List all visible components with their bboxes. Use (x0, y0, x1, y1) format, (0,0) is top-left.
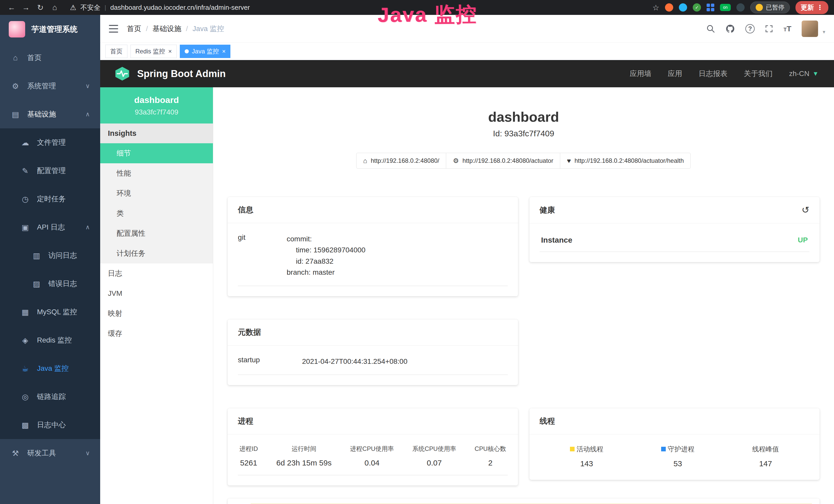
git-row: git commit: time: 1596289704000 id: 27aa… (238, 233, 508, 286)
tab-home[interactable]: 首页 (105, 45, 127, 58)
refresh-icon[interactable]: ↻ (35, 2, 46, 13)
help-icon[interactable]: ? (745, 24, 755, 33)
sba-item-classes[interactable]: 类 (100, 203, 213, 223)
insights-group: Insights 细节 性能 环境 类 配置属性 计划任务 (100, 123, 213, 264)
sidebar-item-system[interactable]: ⚙ 系统管理 ∨ (0, 72, 100, 100)
sba-item-metrics[interactable]: 性能 (100, 163, 213, 183)
sidebar-item-trace[interactable]: ◎ 链路追踪 (0, 383, 100, 411)
close-icon[interactable]: × (222, 48, 225, 54)
sidebar-item-log-center[interactable]: ▩ 日志中心 (0, 411, 100, 439)
address-separator: | (105, 4, 106, 11)
sba-item-scheduled-tasks[interactable]: 计划任务 (100, 244, 213, 264)
extension-icon[interactable]: on (720, 4, 731, 11)
sidebar-item-home[interactable]: ⌂ 首页 (0, 44, 100, 72)
extension-icon[interactable] (665, 3, 673, 12)
chart-plot-area (251, 502, 812, 504)
instance-links: ⌂ http://192.168.0.2:48080/ ⚙ http://192… (227, 153, 820, 169)
sba-nav-wallboard[interactable]: 应用墙 (630, 69, 651, 78)
address-bar[interactable]: ⚠ 不安全 | dashboard.yudao.iocoder.cn/infra… (70, 3, 650, 12)
font-size-icon[interactable]: TT (784, 24, 791, 33)
sidebar-item-error-log[interactable]: ▨ 错误日志 (0, 270, 100, 298)
tab-java-monitor[interactable]: Java 监控 × (180, 45, 231, 58)
history-icon[interactable]: ↺ (802, 205, 809, 215)
breadcrumb-current: Java 监控 (193, 24, 224, 33)
sba-item-jvm[interactable]: JVM (100, 283, 213, 303)
sidebar-item-redis[interactable]: ◈ Redis 监控 (0, 326, 100, 354)
sidebar-item-config[interactable]: ✎ 配置管理 (0, 157, 100, 185)
app-title: 芋道管理系统 (31, 24, 78, 35)
chart-y-axis: 140 120 100 (233, 502, 251, 504)
close-icon[interactable]: × (168, 48, 172, 54)
sba-item-details[interactable]: 细节 (100, 143, 213, 163)
back-icon[interactable]: ← (6, 2, 18, 13)
instance-id: 93a3fc7f7409 (103, 108, 211, 116)
health-icon: ♥ (567, 157, 571, 165)
sba-item-configprops[interactable]: 配置属性 (100, 223, 213, 244)
breadcrumb-infra[interactable]: 基础设施 (153, 24, 181, 33)
fullscreen-icon[interactable] (765, 25, 773, 33)
breadcrumb-separator: / (186, 25, 188, 33)
forward-icon[interactable]: → (20, 2, 32, 13)
sidebar-item-jobs[interactable]: ◷ 定时任务 (0, 185, 100, 213)
sidebar-item-mysql[interactable]: ▦ MySQL 监控 (0, 298, 100, 326)
trace-icon: ◎ (20, 392, 30, 401)
sidebar-item-api-log[interactable]: ▣ API 日志 ∧ (0, 213, 100, 241)
sidebar-item-files[interactable]: ☁ 文件管理 (0, 129, 100, 157)
tab-redis-monitor[interactable]: Redis 监控 × (130, 45, 177, 58)
home-icon: ⌂ (363, 157, 367, 165)
actuator-url-button[interactable]: ⚙ http://192.168.0.2:48080/actuator (446, 153, 560, 169)
sidebar-item-java-monitor[interactable]: ☕ Java 监控 (0, 354, 100, 383)
wrench-icon: ⚙ (453, 157, 459, 165)
app-logo-row[interactable]: 芋道管理系统 (0, 15, 100, 44)
active-threads-swatch (570, 447, 575, 451)
sba-nav-applications[interactable]: 应用 (668, 69, 682, 78)
sba-item-logs[interactable]: 日志 (100, 264, 213, 283)
sba-item-caches[interactable]: 缓存 (100, 323, 213, 344)
api-log-icon: ▣ (20, 223, 30, 232)
active-tab-dot (185, 49, 189, 53)
chrome-update-button[interactable]: 更新 ⋮ (795, 1, 828, 14)
process-card: 进程 进程ID5261 运行时间6d 23h 15m 59s 进程CPU使用率0… (227, 408, 518, 485)
instance-name: dashboard (103, 95, 211, 105)
github-icon[interactable] (725, 24, 735, 33)
instance-header[interactable]: dashboard 93a3fc7f7409 (100, 87, 213, 123)
mysql-icon: ▦ (20, 307, 30, 317)
extension-icon[interactable] (737, 3, 745, 12)
url-text[interactable]: dashboard.yudao.iocoder.cn/infra/admin-s… (110, 4, 250, 12)
breadcrumb: 首页 / 基础设施 / Java 监控 (127, 24, 224, 33)
search-icon[interactable] (706, 24, 715, 33)
extension-icon[interactable]: ✓ (693, 3, 701, 12)
error-log-icon: ▨ (31, 279, 42, 288)
extension-icon[interactable] (707, 4, 714, 11)
health-card-title: 健康 (540, 205, 555, 215)
sba-nav-about[interactable]: 关于我们 (744, 69, 773, 78)
app-header: 首页 / 基础设施 / Java 监控 ? TT ▾ (100, 15, 834, 43)
user-avatar[interactable] (802, 21, 818, 37)
locale-selector[interactable]: zh-CN ▼ (789, 70, 818, 78)
profile-avatar (756, 4, 763, 11)
sba-item-mappings[interactable]: 映射 (100, 303, 213, 323)
sidebar-item-devtools[interactable]: ⚒ 研发工具 ∨ (0, 439, 100, 467)
page-title: dashboard (227, 109, 820, 125)
metadata-card: 元数据 startup 2021-04-27T00:44:31.254+08:0… (227, 319, 518, 385)
chevron-up-icon: ∧ (85, 111, 90, 118)
access-log-icon: ▥ (31, 251, 42, 260)
breadcrumb-home[interactable]: 首页 (127, 24, 141, 33)
sidebar-item-access-log[interactable]: ▥ 访问日志 (0, 241, 100, 270)
home-icon: ⌂ (10, 53, 21, 62)
security-label[interactable]: 不安全 (81, 3, 101, 12)
log-center-icon: ▩ (20, 420, 30, 430)
sba-nav-journal[interactable]: 日志报表 (699, 69, 727, 78)
sba-item-environment[interactable]: 环境 (100, 183, 213, 203)
health-url-button[interactable]: ♥ http://192.168.0.2:48080/actuator/heal… (560, 153, 691, 169)
chevron-down-icon[interactable]: ▾ (823, 29, 825, 37)
sidebar-item-infra[interactable]: ▤ 基础设施 ∧ (0, 100, 100, 129)
home-icon[interactable]: ⌂ (49, 2, 61, 13)
bookmark-icon[interactable]: ☆ (652, 3, 659, 12)
info-card-title: 信息 (227, 197, 518, 223)
extension-icon[interactable] (679, 3, 687, 12)
threads-card: 线程 活动线程 143 守护进程 53 (529, 408, 820, 480)
hamburger-icon[interactable] (109, 25, 118, 32)
profile-paused-badge[interactable]: 已暂停 (750, 2, 790, 13)
instance-url-button[interactable]: ⌂ http://192.168.0.2:48080/ (356, 153, 446, 169)
